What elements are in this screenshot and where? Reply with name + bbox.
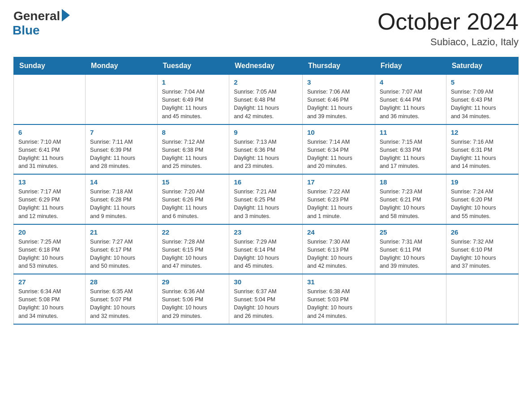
day-number: 8	[162, 128, 225, 136]
day-info: Sunrise: 7:27 AM Sunset: 6:17 PM Dayligh…	[90, 238, 152, 270]
calendar-cell	[14, 75, 86, 124]
day-number: 23	[234, 228, 298, 236]
day-info: Sunrise: 7:21 AM Sunset: 6:25 PM Dayligh…	[234, 188, 298, 220]
title-section: October 2024 Subiaco, Lazio, Italy	[378, 9, 519, 48]
calendar-cell: 20Sunrise: 7:25 AM Sunset: 6:18 PM Dayli…	[14, 224, 86, 274]
day-number: 13	[18, 178, 81, 186]
day-number: 25	[380, 228, 442, 236]
day-info: Sunrise: 6:38 AM Sunset: 5:03 PM Dayligh…	[307, 287, 370, 320]
day-info: Sunrise: 7:12 AM Sunset: 6:38 PM Dayligh…	[162, 138, 225, 171]
weekday-header-tuesday: Tuesday	[157, 57, 229, 75]
month-year-title: October 2024	[378, 9, 519, 34]
weekday-header-wednesday: Wednesday	[229, 57, 303, 75]
calendar-cell: 18Sunrise: 7:23 AM Sunset: 6:21 PM Dayli…	[375, 174, 446, 224]
calendar-cell: 25Sunrise: 7:31 AM Sunset: 6:11 PM Dayli…	[375, 224, 446, 274]
day-number: 28	[90, 278, 152, 286]
calendar-cell	[446, 274, 518, 324]
day-info: Sunrise: 7:04 AM Sunset: 6:49 PM Dayligh…	[162, 88, 225, 120]
calendar-week-row: 20Sunrise: 7:25 AM Sunset: 6:18 PM Dayli…	[14, 224, 519, 274]
day-number: 21	[90, 228, 152, 236]
calendar-cell: 22Sunrise: 7:28 AM Sunset: 6:15 PM Dayli…	[157, 224, 229, 274]
day-info: Sunrise: 7:06 AM Sunset: 6:46 PM Dayligh…	[307, 88, 370, 120]
day-info: Sunrise: 7:28 AM Sunset: 6:15 PM Dayligh…	[162, 238, 225, 270]
day-number: 18	[380, 178, 442, 186]
calendar-cell: 23Sunrise: 7:29 AM Sunset: 6:14 PM Dayli…	[229, 224, 303, 274]
calendar-cell: 17Sunrise: 7:22 AM Sunset: 6:23 PM Dayli…	[302, 174, 375, 224]
day-number: 12	[451, 128, 514, 136]
calendar-cell: 10Sunrise: 7:14 AM Sunset: 6:34 PM Dayli…	[302, 124, 375, 175]
day-info: Sunrise: 7:20 AM Sunset: 6:26 PM Dayligh…	[162, 188, 225, 220]
calendar-cell: 6Sunrise: 7:10 AM Sunset: 6:41 PM Daylig…	[14, 124, 86, 175]
day-number: 1	[162, 78, 225, 86]
day-info: Sunrise: 7:25 AM Sunset: 6:18 PM Dayligh…	[18, 238, 81, 270]
day-info: Sunrise: 7:14 AM Sunset: 6:34 PM Dayligh…	[307, 138, 370, 171]
calendar-week-row: 13Sunrise: 7:17 AM Sunset: 6:29 PM Dayli…	[14, 174, 519, 224]
calendar-cell: 26Sunrise: 7:32 AM Sunset: 6:10 PM Dayli…	[446, 224, 518, 274]
calendar-cell: 16Sunrise: 7:21 AM Sunset: 6:25 PM Dayli…	[229, 174, 303, 224]
day-number: 15	[162, 178, 225, 186]
day-info: Sunrise: 7:24 AM Sunset: 6:20 PM Dayligh…	[451, 188, 514, 220]
day-number: 11	[380, 128, 442, 136]
weekday-header-monday: Monday	[86, 57, 157, 75]
calendar-week-row: 27Sunrise: 6:34 AM Sunset: 5:08 PM Dayli…	[14, 274, 519, 324]
day-number: 9	[234, 128, 298, 136]
logo-blue-text: Blue	[13, 23, 40, 38]
calendar-cell: 28Sunrise: 6:35 AM Sunset: 5:07 PM Dayli…	[86, 274, 157, 324]
day-number: 16	[234, 178, 298, 186]
logo-arrow-icon	[62, 9, 70, 21]
calendar-cell: 14Sunrise: 7:18 AM Sunset: 6:28 PM Dayli…	[86, 174, 157, 224]
day-number: 30	[234, 278, 298, 286]
location-subtitle: Subiaco, Lazio, Italy	[378, 36, 519, 48]
calendar-cell: 29Sunrise: 6:36 AM Sunset: 5:06 PM Dayli…	[157, 274, 229, 324]
day-number: 29	[162, 278, 225, 286]
day-number: 20	[18, 228, 81, 236]
logo-general-text: General	[13, 9, 60, 23]
day-info: Sunrise: 7:11 AM Sunset: 6:39 PM Dayligh…	[90, 138, 152, 171]
day-info: Sunrise: 7:16 AM Sunset: 6:31 PM Dayligh…	[451, 138, 514, 171]
weekday-header-friday: Friday	[375, 57, 446, 75]
day-number: 4	[380, 78, 442, 86]
day-info: Sunrise: 6:37 AM Sunset: 5:04 PM Dayligh…	[234, 287, 298, 320]
calendar-cell: 11Sunrise: 7:15 AM Sunset: 6:33 PM Dayli…	[375, 124, 446, 175]
logo: General Blue	[13, 9, 70, 38]
day-number: 27	[18, 278, 81, 286]
calendar-cell: 19Sunrise: 7:24 AM Sunset: 6:20 PM Dayli…	[446, 174, 518, 224]
day-number: 19	[451, 178, 514, 186]
day-info: Sunrise: 7:30 AM Sunset: 6:13 PM Dayligh…	[307, 238, 370, 270]
day-number: 26	[451, 228, 514, 236]
day-info: Sunrise: 6:35 AM Sunset: 5:07 PM Dayligh…	[90, 287, 152, 320]
day-number: 22	[162, 228, 225, 236]
calendar-cell: 13Sunrise: 7:17 AM Sunset: 6:29 PM Dayli…	[14, 174, 86, 224]
day-info: Sunrise: 7:07 AM Sunset: 6:44 PM Dayligh…	[380, 88, 442, 120]
day-number: 17	[307, 178, 370, 186]
calendar-cell: 9Sunrise: 7:13 AM Sunset: 6:36 PM Daylig…	[229, 124, 303, 175]
calendar-cell: 30Sunrise: 6:37 AM Sunset: 5:04 PM Dayli…	[229, 274, 303, 324]
day-info: Sunrise: 7:10 AM Sunset: 6:41 PM Dayligh…	[18, 138, 81, 171]
day-info: Sunrise: 7:22 AM Sunset: 6:23 PM Dayligh…	[307, 188, 370, 220]
day-number: 14	[90, 178, 152, 186]
day-info: Sunrise: 7:15 AM Sunset: 6:33 PM Dayligh…	[380, 138, 442, 171]
day-number: 2	[234, 78, 298, 86]
calendar-cell: 12Sunrise: 7:16 AM Sunset: 6:31 PM Dayli…	[446, 124, 518, 175]
calendar-header-row: SundayMondayTuesdayWednesdayThursdayFrid…	[14, 57, 519, 75]
weekday-header-thursday: Thursday	[302, 57, 375, 75]
day-info: Sunrise: 7:13 AM Sunset: 6:36 PM Dayligh…	[234, 138, 298, 171]
calendar-cell: 15Sunrise: 7:20 AM Sunset: 6:26 PM Dayli…	[157, 174, 229, 224]
day-info: Sunrise: 7:23 AM Sunset: 6:21 PM Dayligh…	[380, 188, 442, 220]
day-number: 31	[307, 278, 370, 286]
day-number: 7	[90, 128, 152, 136]
day-info: Sunrise: 7:32 AM Sunset: 6:10 PM Dayligh…	[451, 238, 514, 270]
weekday-header-sunday: Sunday	[14, 57, 86, 75]
day-info: Sunrise: 7:31 AM Sunset: 6:11 PM Dayligh…	[380, 238, 442, 270]
weekday-header-saturday: Saturday	[446, 57, 518, 75]
calendar-cell: 21Sunrise: 7:27 AM Sunset: 6:17 PM Dayli…	[86, 224, 157, 274]
calendar-cell: 27Sunrise: 6:34 AM Sunset: 5:08 PM Dayli…	[14, 274, 86, 324]
calendar-cell: 2Sunrise: 7:05 AM Sunset: 6:48 PM Daylig…	[229, 75, 303, 124]
calendar-cell: 3Sunrise: 7:06 AM Sunset: 6:46 PM Daylig…	[302, 75, 375, 124]
day-number: 24	[307, 228, 370, 236]
day-number: 3	[307, 78, 370, 86]
day-info: Sunrise: 7:29 AM Sunset: 6:14 PM Dayligh…	[234, 238, 298, 270]
calendar-week-row: 6Sunrise: 7:10 AM Sunset: 6:41 PM Daylig…	[14, 124, 519, 175]
day-info: Sunrise: 7:17 AM Sunset: 6:29 PM Dayligh…	[18, 188, 81, 220]
calendar-cell: 24Sunrise: 7:30 AM Sunset: 6:13 PM Dayli…	[302, 224, 375, 274]
